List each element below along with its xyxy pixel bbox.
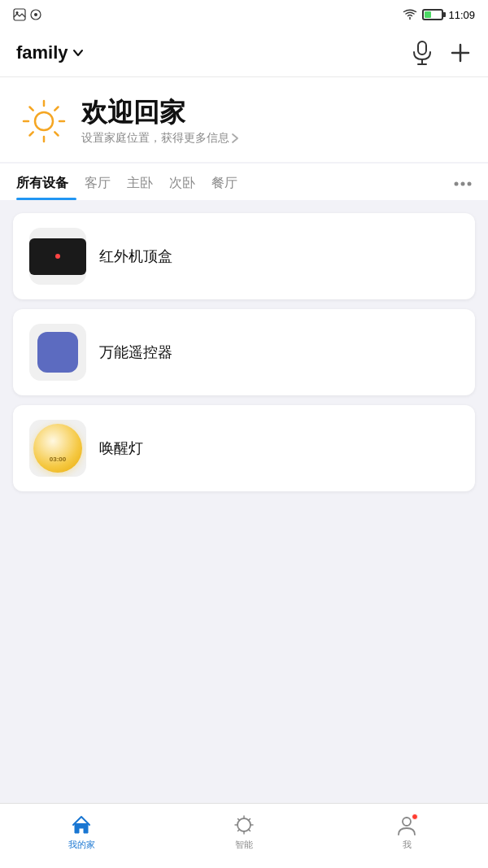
lamp-time: 03:00 bbox=[50, 456, 66, 463]
status-bar: 11:09 bbox=[0, 0, 488, 29]
status-left bbox=[13, 8, 42, 21]
time-display: 11:09 bbox=[448, 9, 475, 21]
svg-line-26 bbox=[238, 819, 240, 821]
tvbox-image bbox=[29, 238, 86, 275]
nav-home-label: 我的家 bbox=[68, 839, 95, 851]
svg-point-3 bbox=[34, 13, 37, 16]
chevron-down-icon bbox=[72, 46, 85, 59]
device-card-remote[interactable]: 万能遥控器 bbox=[13, 309, 475, 395]
svg-point-19 bbox=[461, 181, 465, 185]
remote-icon-wrap bbox=[29, 324, 86, 381]
welcome-title: 欢迎回家 bbox=[81, 97, 239, 128]
home-nav-icon bbox=[70, 813, 93, 836]
microphone-icon bbox=[412, 41, 433, 65]
svg-line-28 bbox=[248, 819, 250, 821]
nav-item-profile[interactable]: 我 bbox=[325, 810, 488, 851]
tabs-more-button[interactable] bbox=[446, 170, 472, 194]
lamp-icon-wrap: 03:00 bbox=[29, 420, 86, 477]
svg-line-14 bbox=[54, 132, 58, 135]
tab-living-room[interactable]: 客厅 bbox=[76, 164, 119, 200]
svg-rect-0 bbox=[14, 9, 25, 20]
tab-master-bedroom[interactable]: 主卧 bbox=[119, 164, 161, 200]
more-dots-icon bbox=[454, 181, 472, 186]
svg-line-15 bbox=[54, 107, 58, 111]
profile-badge bbox=[412, 813, 418, 820]
profile-icon-wrap bbox=[395, 813, 418, 836]
nav-item-smart[interactable]: 智能 bbox=[163, 810, 325, 851]
welcome-text: 欢迎回家 设置家庭位置，获得更多信息 bbox=[81, 97, 239, 146]
sun-icon bbox=[20, 98, 68, 145]
notification-icon bbox=[29, 8, 42, 21]
remote-image bbox=[37, 332, 78, 373]
lamp-name: 唤醒灯 bbox=[99, 438, 143, 458]
nav-profile-label: 我 bbox=[403, 839, 412, 851]
device-card-lamp[interactable]: 03:00 唤醒灯 bbox=[13, 405, 475, 491]
family-selector[interactable]: family bbox=[16, 42, 85, 63]
svg-rect-4 bbox=[418, 41, 426, 55]
wifi-icon bbox=[403, 9, 417, 20]
welcome-subtitle[interactable]: 设置家庭位置，获得更多信息 bbox=[81, 131, 239, 146]
smart-nav-icon bbox=[233, 813, 255, 836]
nav-item-home[interactable]: 我的家 bbox=[0, 810, 163, 851]
status-right: 11:09 bbox=[403, 9, 475, 21]
chevron-right-icon bbox=[231, 133, 239, 144]
microphone-button[interactable] bbox=[412, 41, 433, 65]
tab-dining-room[interactable]: 餐厅 bbox=[203, 164, 246, 200]
add-button[interactable] bbox=[449, 41, 472, 64]
svg-point-20 bbox=[468, 181, 472, 185]
plus-icon bbox=[449, 41, 472, 64]
svg-line-27 bbox=[248, 829, 250, 831]
tvbox-led bbox=[55, 254, 60, 259]
tab-all-devices[interactable]: 所有设备 bbox=[16, 164, 76, 200]
tvbox-icon-wrap bbox=[29, 228, 86, 285]
family-title: family bbox=[16, 42, 68, 63]
nav-smart-label: 智能 bbox=[235, 839, 253, 851]
gallery-icon bbox=[13, 8, 26, 21]
remote-name: 万能遥控器 bbox=[99, 342, 172, 362]
svg-point-18 bbox=[455, 181, 459, 185]
svg-line-29 bbox=[238, 829, 240, 831]
battery-icon bbox=[422, 9, 443, 20]
svg-line-13 bbox=[30, 107, 33, 111]
sun-icon-container bbox=[20, 97, 68, 146]
tvbox-name: 红外机顶盒 bbox=[99, 246, 172, 266]
device-list: 红外机顶盒 万能遥控器 03:00 唤醒灯 bbox=[0, 200, 488, 504]
lamp-image: 03:00 bbox=[33, 424, 82, 473]
header-actions bbox=[412, 41, 472, 65]
svg-line-16 bbox=[30, 132, 33, 135]
bottom-nav: 我的家 智能 我 bbox=[0, 803, 488, 868]
tab-second-bedroom[interactable]: 次卧 bbox=[161, 164, 203, 200]
device-card-tvbox[interactable]: 红外机顶盒 bbox=[13, 213, 475, 299]
welcome-section: 欢迎回家 设置家庭位置，获得更多信息 bbox=[0, 77, 488, 162]
header: family bbox=[0, 29, 488, 77]
tabs-section: 所有设备 客厅 主卧 次卧 餐厅 bbox=[0, 164, 488, 200]
svg-point-17 bbox=[35, 112, 53, 130]
svg-point-30 bbox=[403, 818, 411, 826]
